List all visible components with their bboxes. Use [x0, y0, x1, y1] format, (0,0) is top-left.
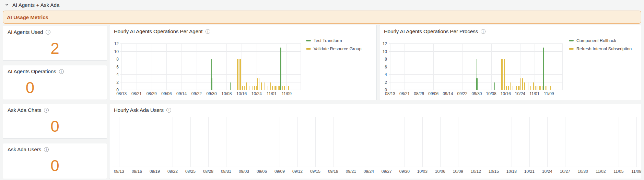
x-tick-label: 08/21: [399, 91, 410, 96]
x-tick-label: 09/12: [292, 169, 303, 174]
y-tick-label: 6: [116, 65, 119, 69]
panel-title[interactable]: Hourly Ask Ada Users: [114, 107, 164, 113]
gridline-vertical: [137, 117, 137, 167]
bar: [539, 86, 540, 90]
gridline-vertical: [405, 117, 405, 167]
bar: [284, 86, 285, 90]
chart-panel-hourly-ask-ada-users: Hourly Ask Ada Users 08/1308/1608/1908/2…: [109, 104, 641, 179]
gridline-vertical: [547, 117, 548, 167]
y-tick-label: 10: [114, 49, 119, 54]
x-tick-label: 10/24: [542, 169, 552, 174]
gridline-vertical: [280, 117, 280, 167]
gridline-vertical: [476, 117, 476, 167]
bar: [513, 86, 513, 90]
gridline-vertical: [494, 117, 494, 167]
legend-item[interactable]: Validate Resource Group: [306, 47, 361, 51]
gridline-vertical: [166, 44, 167, 90]
panel-title[interactable]: Hourly AI Agents Operations Per Process: [384, 28, 478, 34]
y-tick-label: 2: [116, 80, 119, 85]
bar: [282, 86, 283, 90]
x-tick-label: 08/13: [116, 91, 127, 96]
x-tick-label: 08/22: [167, 169, 178, 174]
bar: [272, 86, 273, 90]
x-tick-label: 09/15: [310, 169, 320, 174]
chart-panel-hourly-operations-per-agent: Hourly AI Agents Operations Per Agent 02…: [109, 25, 377, 100]
bar: [256, 86, 257, 90]
gridline-vertical: [462, 44, 462, 90]
gridline-vertical: [244, 117, 244, 167]
info-icon[interactable]: [59, 69, 64, 74]
info-icon[interactable]: [206, 29, 210, 34]
bar: [535, 86, 536, 90]
panel-title[interactable]: Ask Ada Users: [8, 146, 41, 152]
gridline-horizontal: [120, 74, 301, 75]
legend-item[interactable]: Component Rollback: [569, 38, 632, 43]
chevron-down-icon[interactable]: [4, 2, 9, 7]
gridline-vertical: [152, 44, 152, 90]
x-tick-label: 11/09: [544, 91, 554, 96]
stat-panel-ask-ada-chats: Ask Ada Chats 0: [3, 104, 107, 139]
x-tick-label: 10/16: [501, 91, 511, 96]
info-icon[interactable]: [46, 30, 50, 35]
x-tick-label: 10/06: [435, 169, 445, 174]
gridline-vertical: [351, 117, 351, 167]
info-icon[interactable]: [166, 108, 171, 113]
bar: [518, 86, 519, 90]
stat-value: 0: [50, 116, 59, 137]
legend-color-icon: [306, 48, 311, 50]
stat-value: 0: [26, 77, 35, 98]
bar: [508, 86, 509, 90]
panel-title[interactable]: Ask Ada Chats: [8, 107, 41, 113]
gridline-vertical: [315, 117, 316, 167]
gridline-horizontal: [120, 51, 301, 52]
panel-title[interactable]: AI Agents Operations: [8, 68, 56, 74]
bar: [501, 59, 503, 90]
y-tick-label: 12: [383, 41, 387, 46]
bar: [550, 86, 551, 90]
x-tick-label: 09/22: [191, 91, 202, 96]
info-icon[interactable]: [44, 147, 49, 152]
x-tick-label: 11/01: [267, 91, 277, 96]
row-title[interactable]: AI Agents + Ask Ada: [12, 2, 59, 8]
bar: [239, 59, 241, 90]
gridline-vertical: [301, 44, 301, 90]
info-icon[interactable]: [44, 108, 49, 113]
x-tick-label: 08/28: [203, 169, 213, 174]
legend-color-icon: [569, 40, 574, 41]
info-icon[interactable]: [481, 29, 485, 34]
bar: [254, 86, 255, 90]
gridline-horizontal: [389, 51, 563, 52]
bar: [249, 86, 249, 90]
legend-item[interactable]: Test Transform: [306, 38, 361, 43]
y-tick-label: 8: [385, 57, 387, 62]
panel-title[interactable]: Hourly AI Agents Operations Per Agent: [114, 28, 203, 34]
gridline-horizontal: [120, 59, 301, 59]
gridline-vertical: [422, 117, 423, 167]
bar: [516, 86, 517, 90]
y-axis: 024681012: [109, 44, 119, 90]
panel-title[interactable]: AI Agents Used: [8, 29, 43, 35]
x-tick-label: 08/19: [150, 169, 160, 174]
bar: [506, 86, 507, 90]
y-tick-label: 4: [385, 72, 387, 77]
bar: [522, 78, 523, 90]
gridline-vertical: [190, 117, 191, 167]
bar: [257, 78, 258, 90]
x-tick-label: 10/08: [221, 91, 232, 96]
bar: [476, 78, 478, 90]
dashboard-row-header[interactable]: AI Agents + Ask Ada: [0, 0, 644, 10]
gridline-vertical: [272, 44, 272, 90]
x-tick-label: 09/21: [346, 169, 356, 174]
gridline-vertical: [208, 117, 209, 167]
x-tick-label: 09/18: [328, 169, 338, 174]
y-tick-label: 2: [385, 80, 387, 85]
gridline-vertical: [562, 44, 563, 90]
gridline-vertical: [390, 44, 390, 90]
bar: [259, 78, 259, 90]
stat-value: 2: [50, 38, 59, 59]
legend-item[interactable]: Refresh Internal Subscription: [569, 47, 632, 51]
x-tick-label: 11/05: [613, 169, 623, 174]
gridline-vertical: [458, 117, 458, 167]
x-tick-label: 11/08: [631, 169, 641, 174]
bar: [504, 59, 505, 90]
